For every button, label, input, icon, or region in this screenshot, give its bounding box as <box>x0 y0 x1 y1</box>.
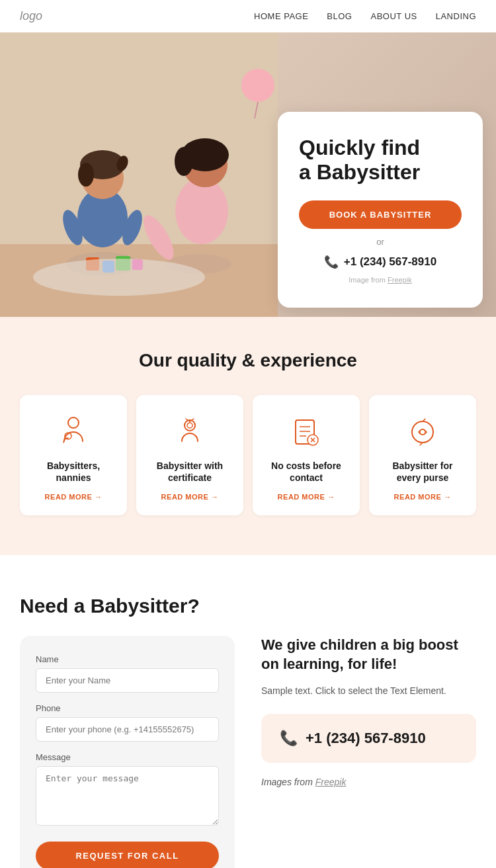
svg-point-36 <box>420 429 425 435</box>
read-more-3[interactable]: READ MORE → <box>278 493 335 501</box>
images-credit: Images from Freepik <box>261 775 476 789</box>
hero-image <box>0 32 278 317</box>
right-body: Sample text. Click to select the Text El… <box>261 683 476 698</box>
contact-form-container: Name Phone Message REQUEST FOR CALL <box>20 636 235 868</box>
phone-input[interactable] <box>36 717 219 742</box>
phone-card-number: +1 (234) 567-8910 <box>306 730 426 747</box>
svg-point-7 <box>78 163 94 187</box>
card-title-1: Babysitters, nannies <box>32 460 115 484</box>
quality-section: Our quality & experience Babysitters, na… <box>0 317 496 555</box>
nav-links: HOME PAGE BLOG ABOUT US LANDING <box>254 11 476 21</box>
feature-card-certificate: Babysitter with certificate READ MORE → <box>136 395 243 515</box>
message-group: Message <box>36 752 219 828</box>
feature-cards-grid: Babysitters, nannies READ MORE → Babysit… <box>20 395 476 515</box>
card-title-2: Babysitter with certificate <box>148 460 231 484</box>
hero-title: Quickly find a Babysitter <box>299 136 462 185</box>
navbar: logo HOME PAGE BLOG ABOUT US LANDING <box>0 0 496 32</box>
contact-section: Need a Babysitter? Name Phone Message RE… <box>0 555 496 868</box>
freepik-credit: Image from Freepik <box>299 276 462 284</box>
name-label: Name <box>36 654 219 664</box>
hero-phone-row: 📞 +1 (234) 567-8910 <box>299 255 462 269</box>
svg-point-19 <box>175 147 193 176</box>
read-more-1[interactable]: READ MORE → <box>45 493 103 501</box>
book-babysitter-button[interactable]: BOOK A BABYSITTER <box>299 200 462 229</box>
or-text: or <box>299 237 462 247</box>
read-more-2[interactable]: READ MORE → <box>161 493 219 501</box>
contact-heading: Need a Babysitter? <box>20 595 476 617</box>
message-label: Message <box>36 752 219 762</box>
nav-home[interactable]: HOME PAGE <box>254 11 308 21</box>
phone-icon: 📞 <box>324 255 339 269</box>
feature-card-purse: Babysitter for every purse READ MORE → <box>369 395 476 515</box>
hero-card: Quickly find a Babysitter BOOK A BABYSIT… <box>278 112 483 308</box>
card-title-3: No costs before contact <box>265 460 348 484</box>
freepik-link-2[interactable]: Freepik <box>315 777 347 787</box>
freepik-link[interactable]: Freepik <box>388 276 412 284</box>
svg-point-16 <box>175 178 228 244</box>
nocosts-icon <box>288 413 325 451</box>
request-call-button[interactable]: REQUEST FOR CALL <box>36 842 219 868</box>
feature-card-babysitters: Babysitters, nannies READ MORE → <box>20 395 127 515</box>
hero-phone-number: +1 (234) 567-8910 <box>344 255 436 269</box>
phone-card-icon: 📞 <box>280 730 298 747</box>
svg-point-24 <box>68 417 79 428</box>
phone-card: 📞 +1 (234) 567-8910 <box>261 714 476 763</box>
nav-about[interactable]: ABOUT US <box>370 11 417 21</box>
name-group: Name <box>36 654 219 693</box>
logo: logo <box>20 9 42 23</box>
quality-title: Our quality & experience <box>20 350 476 371</box>
purse-icon <box>404 413 441 451</box>
hero-section: Quickly find a Babysitter BOOK A BABYSIT… <box>0 32 496 317</box>
phone-group: Phone <box>36 703 219 742</box>
card-title-4: Babysitter for every purse <box>381 460 464 484</box>
babysitter-icon <box>55 413 92 451</box>
phone-label: Phone <box>36 703 219 713</box>
right-heading: We give children a big boost on learning… <box>261 636 476 673</box>
name-input[interactable] <box>36 668 219 693</box>
contact-layout: Name Phone Message REQUEST FOR CALL We g… <box>20 636 476 868</box>
feature-card-nocosts: No costs before contact READ MORE → <box>253 395 360 515</box>
svg-point-27 <box>187 423 192 428</box>
svg-point-23 <box>33 259 205 296</box>
svg-point-21 <box>241 69 274 102</box>
svg-point-35 <box>412 421 433 443</box>
read-more-4[interactable]: READ MORE → <box>394 493 452 501</box>
nav-blog[interactable]: BLOG <box>327 11 352 21</box>
right-panel: We give children a big boost on learning… <box>261 636 476 805</box>
certificate-icon <box>171 413 208 451</box>
message-textarea[interactable] <box>36 766 219 826</box>
nav-landing[interactable]: LANDING <box>436 11 476 21</box>
